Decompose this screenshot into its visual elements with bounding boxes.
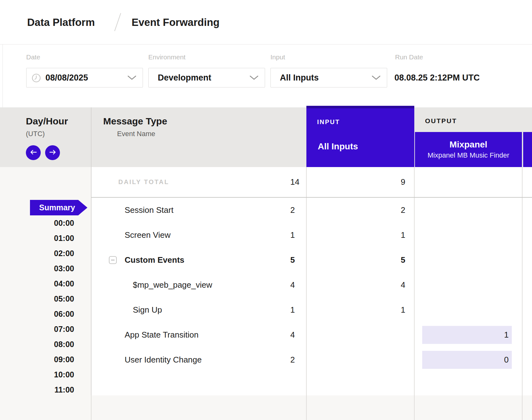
column-divider xyxy=(306,395,307,420)
input-value-cell[interactable]: 2 xyxy=(306,347,414,372)
row-label: App State Transition xyxy=(125,322,198,347)
environment-select-value: Development xyxy=(158,68,211,87)
table-row-sign-up: Sign Up 1 1 xyxy=(0,297,532,322)
run-date-label: Run Date xyxy=(395,53,423,61)
date-select[interactable]: 08/08/2025 xyxy=(26,68,143,87)
output-name: Mixpanel xyxy=(450,140,488,149)
daily-total-row: DAILY TOTAL 14 9 xyxy=(0,167,532,197)
output-value-cell-highlighted[interactable]: 0 xyxy=(414,347,522,372)
input-group-label: INPUT xyxy=(317,118,340,126)
input-filter-label: Input xyxy=(270,53,285,61)
arrow-right-icon xyxy=(49,149,56,156)
breadcrumb-bar: Data Platform Event Forwarding xyxy=(0,0,532,45)
input-value-cell[interactable]: 1 xyxy=(306,297,414,322)
column-divider xyxy=(91,107,92,420)
row-label: Screen View xyxy=(125,223,171,248)
input-value-cell[interactable]: 1 xyxy=(306,223,414,248)
output-value-cell[interactable]: 1 xyxy=(414,223,522,248)
chevron-down-icon xyxy=(127,75,136,80)
output-group-label: OUTPUT xyxy=(425,117,457,125)
output-value-cell[interactable]: 5 xyxy=(414,248,522,273)
row-label: Session Start xyxy=(125,198,174,223)
date-filter-label: Date xyxy=(26,53,40,61)
environment-select[interactable]: Development xyxy=(148,68,265,87)
output-column-header-mixpanel[interactable]: Mixpanel Mixpanel MB Music Finder xyxy=(415,132,522,167)
daily-total-input-cell: 14 xyxy=(306,167,414,197)
environment-filter-label: Environment xyxy=(148,53,186,61)
column-divider xyxy=(522,167,523,420)
row-label: Custom Events xyxy=(125,248,184,273)
input-value-cell[interactable]: 5 xyxy=(306,248,414,273)
breadcrumb-divider-icon xyxy=(114,13,121,31)
breadcrumb-page-title: Event Forwarding xyxy=(132,16,220,29)
table-row-custom-events: Custom Events 5 5 xyxy=(0,248,532,273)
day-hour-timezone: (UTC) xyxy=(26,130,45,138)
row-label: $mp_web_page_view xyxy=(133,273,212,297)
next-day-button[interactable] xyxy=(45,145,60,160)
collapse-group-icon[interactable] xyxy=(109,256,117,264)
table-row-app-state-transition: App State Transition 4 1 xyxy=(0,322,532,347)
column-divider xyxy=(522,395,523,420)
daily-total-output-cell: 9 xyxy=(414,167,522,197)
row-label: Sign Up xyxy=(133,297,162,322)
input-column-name: All Inputs xyxy=(318,141,358,152)
output-connection-name: Mixpanel MB Music Finder xyxy=(428,152,509,159)
table-row-user-identity-change: User Identity Change 2 0 xyxy=(0,347,532,372)
output-value-cell[interactable]: 4 xyxy=(414,273,522,297)
column-divider xyxy=(91,395,92,420)
breadcrumb-section[interactable]: Data Platform xyxy=(27,16,95,29)
output-value-cell[interactable]: 2 xyxy=(414,198,522,223)
clock-icon xyxy=(32,73,41,83)
arrow-left-icon xyxy=(30,149,37,156)
date-select-value: 08/08/2025 xyxy=(45,68,88,87)
previous-day-button[interactable] xyxy=(26,145,41,160)
table-row-session-start: Session Start 2 2 xyxy=(0,198,532,223)
output-column-header-partial xyxy=(523,132,532,167)
table-row-screen-view: Screen View 1 1 xyxy=(0,223,532,248)
output-value-cell-highlighted[interactable]: 1 xyxy=(414,322,522,347)
hour-label-11[interactable]: 11:00 xyxy=(0,382,74,397)
chevron-down-icon xyxy=(250,75,258,80)
chevron-down-icon xyxy=(372,75,381,80)
input-value-cell[interactable]: 4 xyxy=(306,273,414,297)
output-value-cell[interactable]: 1 xyxy=(414,297,522,322)
run-date-value: 08.08.25 2:12PM UTC xyxy=(394,71,480,85)
input-value-cell[interactable]: 4 xyxy=(306,322,414,347)
event-forwarding-page: Data Platform Event Forwarding Date Envi… xyxy=(0,0,532,420)
row-label: User Identity Change xyxy=(125,347,202,372)
column-divider xyxy=(414,395,415,420)
input-column-header: INPUT All Inputs xyxy=(306,106,414,167)
input-value-cell[interactable]: 2 xyxy=(306,198,414,223)
daily-total-label: DAILY TOTAL xyxy=(118,167,169,197)
message-type-column-title: Message Type xyxy=(103,116,167,127)
event-name-column-subtitle: Event Name xyxy=(117,130,155,138)
table-row-mp-web-page-view: $mp_web_page_view 4 4 xyxy=(0,273,532,297)
input-select-value: All Inputs xyxy=(280,68,319,87)
day-hour-column-title: Day/Hour xyxy=(26,116,68,127)
input-select[interactable]: All Inputs xyxy=(270,68,387,87)
table-footer-area xyxy=(0,395,532,420)
